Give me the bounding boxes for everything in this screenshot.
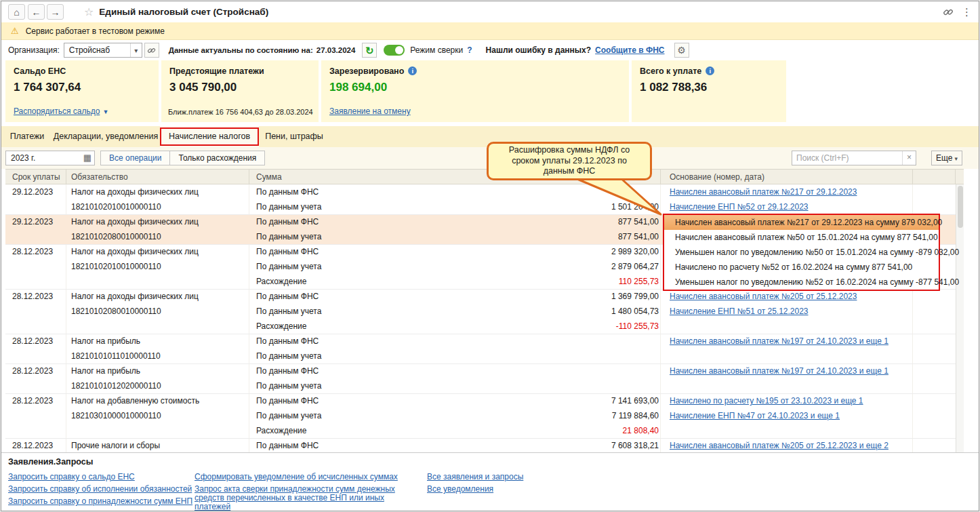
card-saldo: Сальдо ЕНС 1 764 307,64 Распорядиться са… <box>5 60 159 122</box>
warning-bar: ⚠ Сервис работает в тестовом режиме <box>1 22 979 40</box>
accruals-table: Срок уплаты Обязательство Сумма Основани… <box>5 169 964 453</box>
vertical-scrollbar[interactable] <box>956 184 964 453</box>
toggle-knob <box>395 46 403 54</box>
all-applications-link[interactable]: Все заявления и запросы <box>427 473 523 481</box>
requests-section: Заявления.Запросы Запросить справку о са… <box>1 452 979 511</box>
more-button-label: Еще <box>936 153 952 163</box>
toolbar: Организация: Стройснаб ▾ Данные актуальн… <box>1 40 979 60</box>
help-icon[interactable]: ? <box>467 45 472 55</box>
detail-line[interactable]: Уменьшен налог по уведомлению №52 от 16.… <box>664 275 939 290</box>
source-label: По данным ФНС <box>256 187 319 197</box>
request-reconciliation-act-link[interactable]: Запрос акта сверки принадлежности сумм д… <box>195 485 413 511</box>
reconciliation-mode-toggle[interactable] <box>384 45 405 56</box>
amount: 7 608 318,21 <box>439 441 659 450</box>
create-notification-link[interactable]: Сформировать уведомление об исчисленных … <box>195 473 413 481</box>
page-title: Единый налоговый счет (Стройснаб) <box>99 7 268 17</box>
basis-link[interactable]: Начислен авансовый платеж №205 от 25.12.… <box>670 292 857 301</box>
menu-down-icon[interactable]: ▼ <box>102 109 108 115</box>
calendar-icon[interactable]: ▦ <box>83 153 91 163</box>
table-row[interactable]: 28.12.2023 Налог на добавленную стоимост… <box>5 393 956 438</box>
chevron-down-icon[interactable]: ▾ <box>130 43 142 57</box>
report-to-fns-link[interactable]: Сообщите в ФНС <box>595 45 664 55</box>
refresh-button[interactable]: ↻ <box>362 43 377 58</box>
basis-link[interactable]: Начисление ЕНП №51 от 25.12.2023 <box>670 307 809 316</box>
basis-link[interactable]: Начислен авансовый платеж №205 от 25.12.… <box>670 441 889 450</box>
detail-line[interactable]: Уменьшен налог по уведомлению №50 от 15.… <box>664 245 939 260</box>
amount: 2 989 320,00 <box>439 247 659 256</box>
more-button[interactable]: Еще▾ <box>931 151 962 165</box>
card-total-title: Всего к уплате <box>640 66 701 76</box>
col-header-due[interactable]: Срок уплаты <box>12 172 60 182</box>
basis-link[interactable]: Начислен авансовый платеж №217 от 29.12.… <box>670 187 857 197</box>
organization-value: Стройснаб <box>64 45 130 55</box>
basis-link[interactable]: Начислен авансовый платеж №197 от 24.10.… <box>670 366 889 376</box>
table-row[interactable]: 29.12.2023 Налог на доходы физических ли… <box>5 184 956 214</box>
warning-icon: ⚠ <box>11 26 19 36</box>
card-upcoming-title: Предстоящие платежи <box>169 66 310 76</box>
scrollbar-thumb[interactable] <box>958 186 963 228</box>
table-row[interactable]: 28.12.2023 Прочие налоги и сборы По данн… <box>5 438 956 453</box>
clear-search-icon[interactable]: × <box>902 151 916 165</box>
basis-link[interactable]: Начислено по расчету №195 от 23.10.2023 … <box>670 396 863 406</box>
organization-combo[interactable]: Стройснаб ▾ <box>64 43 142 58</box>
basis-link[interactable]: Начисление ЕНП №52 от 29.12.2023 <box>670 202 809 212</box>
card-reserved: Зарезервированоi 198 694,00 Заявление на… <box>321 60 629 122</box>
request-enp-belonging-certificate-link[interactable]: Запросить справку о принадлежности сумм … <box>8 497 192 506</box>
request-obligations-certificate-link[interactable]: Запросить справку об исполнении обязанно… <box>8 485 192 494</box>
source-label: Расхождение <box>256 277 306 286</box>
settings-button[interactable]: ⚙ <box>674 43 689 58</box>
tab-declarations[interactable]: Декларации, уведомления <box>52 126 160 147</box>
request-saldo-certificate-link[interactable]: Запросить справку о сальдо ЕНС <box>8 473 192 481</box>
source-label: По данным учета <box>256 381 321 391</box>
tab-tax-accruals[interactable]: Начисление налогов <box>160 126 259 147</box>
detail-line[interactable]: Начислено по расчету №52 от 16.02.2024 н… <box>664 260 939 275</box>
source-label: Расхождение <box>256 426 306 435</box>
home-button[interactable]: ⌂ <box>8 4 25 20</box>
search-input[interactable] <box>792 151 899 165</box>
source-label: По данным учета <box>256 307 321 316</box>
back-icon: ← <box>32 7 41 18</box>
source-label: По данным учета <box>256 262 321 271</box>
info-icon[interactable]: i <box>408 66 417 75</box>
dispose-saldo-link[interactable]: Распорядиться сальдо <box>14 106 100 116</box>
refresh-icon: ↻ <box>365 45 374 56</box>
source-label: По данным ФНС <box>256 247 319 256</box>
back-button[interactable]: ← <box>28 4 45 20</box>
all-notifications-link[interactable]: Все уведомления <box>427 485 523 494</box>
source-label: По данным ФНС <box>256 292 319 301</box>
basis-link[interactable]: Начисление ЕНП №47 от 24.10.2023 и еще 1 <box>670 411 840 420</box>
detail-line[interactable]: Начислен авансовый платеж №50 от 15.01.2… <box>664 230 939 245</box>
amount: 877 541,00 <box>439 217 659 227</box>
requests-section-title: Заявления.Запросы <box>8 457 93 467</box>
table-row[interactable]: 28.12.2023 Налог на прибыль 182101010120… <box>5 363 956 393</box>
table-row[interactable]: 28.12.2023 Налог на доходы физических ли… <box>5 289 956 334</box>
forward-button[interactable]: → <box>47 4 64 20</box>
amount: 877 541,00 <box>439 232 659 241</box>
col-header-basis[interactable]: Основание (номер, дата) <box>670 172 764 182</box>
detail-line-highlighted[interactable]: Начислен авансовый платеж №217 от 29.12.… <box>664 215 939 230</box>
col-header-obligation[interactable]: Обязательство <box>71 172 128 182</box>
table-row[interactable]: 28.12.2023 Налог на прибыль 182101010110… <box>5 334 956 363</box>
get-link-icon[interactable] <box>943 7 954 18</box>
all-operations-button[interactable]: Все операции <box>100 151 170 165</box>
source-label: По данным ФНС <box>256 396 319 406</box>
amount: 7 141 693,00 <box>439 396 659 406</box>
basis-link[interactable]: Начислен авансовый платеж №197 от 24.10.… <box>670 336 889 346</box>
amount: 1 501 204,00 <box>439 202 659 212</box>
col-header-sum[interactable]: Сумма <box>256 172 282 182</box>
tab-penalties[interactable]: Пени, штрафы <box>259 126 329 147</box>
nearest-payment-note: Ближ.платеж 16 756 404,63 до 28.03.2024 <box>168 108 313 116</box>
favorite-star-icon[interactable]: ☆ <box>84 5 94 18</box>
tab-payments[interactable]: Платежи <box>3 126 52 147</box>
info-icon[interactable]: i <box>706 66 714 75</box>
source-label: По данным учета <box>256 202 321 212</box>
period-value: 2023 г. <box>11 153 35 163</box>
callout-line: данным ФНС <box>544 166 596 177</box>
source-label: По данным ФНС <box>256 366 319 376</box>
only-discrepancies-button[interactable]: Только расхождения <box>169 151 265 165</box>
period-field[interactable]: 2023 г. ▦ <box>5 151 95 165</box>
organization-link-button[interactable] <box>144 43 159 58</box>
data-actual-label: Данные актуальны по состоянию на: <box>169 46 313 54</box>
cancel-application-link[interactable]: Заявление на отмену <box>329 106 411 116</box>
more-menu-icon[interactable]: ⋮ <box>962 6 972 18</box>
